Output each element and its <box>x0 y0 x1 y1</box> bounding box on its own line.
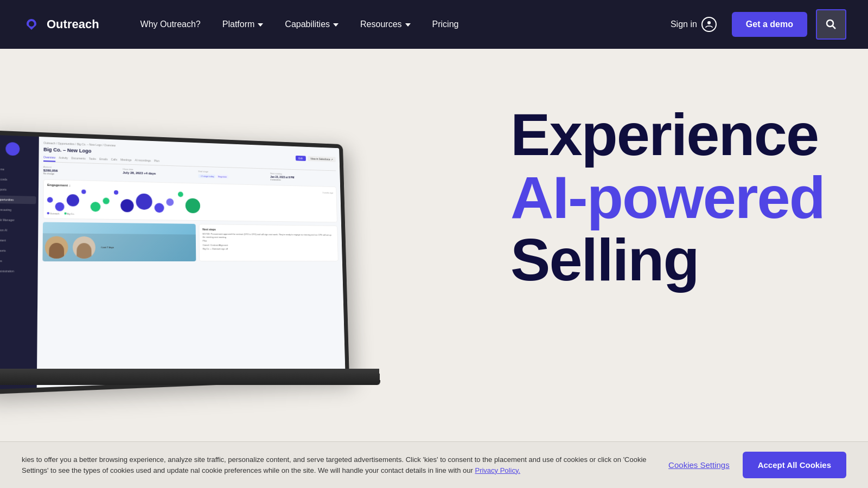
detail-amount: Amount $280,056 No change <box>43 165 119 177</box>
app-deal-title: Big Co. – New Logo <box>43 147 91 154</box>
headline-line2: AI-powered <box>510 166 825 229</box>
engagement-title: Engagement ↓ <box>47 183 71 187</box>
capabilities-chevron-icon <box>333 23 339 27</box>
detail-next-meeting: Next meeting Jan 23, 2023 at 9 PM 4 atte… <box>270 172 336 182</box>
cookie-text: kies to offer you a better browsing expe… <box>22 454 647 476</box>
nav-platform[interactable]: Platform <box>214 15 272 34</box>
detail-close-date: Close date July 28, 2023 +4 days <box>123 168 195 178</box>
laptop-mockup: Home Records Reports Opportunities Forec… <box>0 81 358 461</box>
headline-line1: Experience <box>510 103 825 166</box>
sign-in-button[interactable]: Sign in <box>664 12 723 36</box>
sidebar-home: Home <box>0 165 36 174</box>
hero-headline: Experience AI-powered Selling <box>510 103 825 291</box>
sidebar-apps: Apps <box>0 257 36 265</box>
nav-capabilities[interactable]: Capabilities <box>276 15 347 34</box>
search-button[interactable] <box>816 9 846 40</box>
hero-section: Home Records Reports Opportunities Forec… <box>0 49 868 488</box>
sidebar-reports: Reports <box>0 185 36 194</box>
cookie-message: kies to offer you a better browsing expe… <box>22 455 647 474</box>
app-sidebar: Home Records Reports Opportunities Forec… <box>0 134 39 390</box>
app-main-content: Outreach / Opportunities / Big Co. – New… <box>37 137 346 388</box>
engagement-section: Engagement ↓ 3 weeks ago <box>43 179 337 223</box>
next-steps-panel: Next steps 8/17/22: Procurement approved… <box>199 224 338 261</box>
meeting-video: ↑ Last 7 days <box>42 222 196 262</box>
user-icon <box>701 17 717 32</box>
cookie-actions: Cookies Settings Accept All Cookies <box>668 452 846 478</box>
svg-point-3 <box>827 20 833 27</box>
tab-ai-recordings: AI recordings <box>135 158 151 165</box>
tab-documents: Documents <box>71 156 85 163</box>
logo-text: Outreach <box>47 17 99 31</box>
sidebar-records: Records <box>0 175 36 184</box>
nav-links: Why Outreach? Platform Capabilities Reso… <box>132 15 664 34</box>
get-demo-button[interactable]: Get a demo <box>732 12 807 37</box>
tab-plan: Plan <box>154 159 159 165</box>
sidebar-task-manager: Task Manager <box>0 216 36 224</box>
cookies-settings-button[interactable]: Cookies Settings <box>668 460 730 470</box>
platform-chevron-icon <box>258 23 263 27</box>
hero-headline-block: Experience AI-powered Selling <box>510 103 825 291</box>
nav-right-actions: Sign in Get a demo <box>664 9 846 40</box>
tab-overview: Overview <box>43 156 55 162</box>
sidebar-content: Content <box>0 236 36 245</box>
tab-calls: Calls <box>111 158 117 164</box>
laptop-base <box>0 369 380 385</box>
headline-line3: Selling <box>510 228 825 291</box>
sidebar-admin: Administration <box>0 267 35 275</box>
nav-pricing[interactable]: Pricing <box>424 15 468 34</box>
sidebar-opportunities: Opportunities <box>0 195 36 204</box>
nav-why-outreach[interactable]: Why Outreach? <box>132 15 209 34</box>
tab-activity: Activity <box>59 156 68 163</box>
svg-point-1 <box>29 21 34 27</box>
app-screenshot: Home Records Reports Opportunities Forec… <box>0 130 349 395</box>
accept-all-cookies-button[interactable]: Accept All Cookies <box>743 452 846 478</box>
sidebar-action-ai: Action AI <box>0 226 36 234</box>
resources-chevron-icon <box>405 23 411 27</box>
svg-point-2 <box>707 21 711 24</box>
tab-meetings: Meetings <box>120 158 131 164</box>
sidebar-forecasting: Forecasting <box>0 206 36 214</box>
sidebar-reports-2: Reports <box>0 247 36 255</box>
privacy-policy-link[interactable]: Privacy Policy. <box>475 466 520 474</box>
navigation: Outreach Why Outreach? Platform Capabili… <box>0 0 868 49</box>
app-logo-icon <box>5 142 20 156</box>
svg-line-4 <box>833 26 836 29</box>
bottom-content: ↑ Last 7 days Next steps 8/17/22: Procur… <box>42 222 338 262</box>
logo[interactable]: Outreach <box>22 15 99 34</box>
detail-deal-stage: Deal stage ↑ 2 stage today Negotiate <box>198 170 267 181</box>
cookie-banner: kies to offer you a better browsing expe… <box>0 441 868 488</box>
tab-emails: Emails <box>99 157 107 163</box>
nav-resources[interactable]: Resources <box>352 15 419 34</box>
tab-tasks: Tasks <box>89 157 96 163</box>
